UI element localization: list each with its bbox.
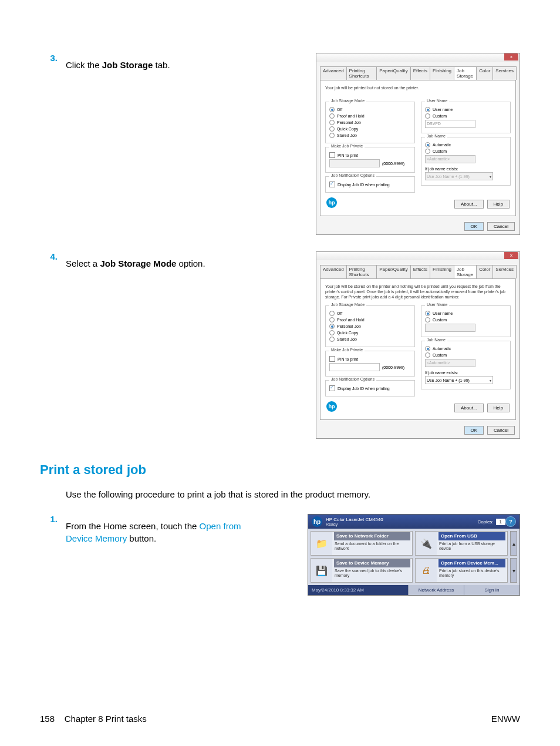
- tile-save-device-memory[interactable]: 💾 Save to Device Memory Save the scanned…: [311, 558, 413, 583]
- tab-shortcuts[interactable]: Printing Shortcuts: [346, 265, 377, 278]
- tile-open-from-device-memory[interactable]: 🖨 Open From Device Mem... Print a job st…: [415, 558, 508, 583]
- dialog-titlebar: x: [316, 252, 519, 260]
- tile-body-snf: Send a document to a folder on the netwo…: [335, 542, 410, 552]
- ok-button[interactable]: OK: [464, 426, 484, 435]
- radio-personal[interactable]: [329, 120, 335, 125]
- label-uname-custom: Custom: [433, 318, 447, 322]
- jobname-field: <Automatic>: [425, 359, 475, 367]
- exists-value: Use Job Name + (1-99): [427, 378, 470, 382]
- label-personal: Personal Job: [337, 324, 361, 328]
- tab-paperquality[interactable]: Paper/Quality: [376, 265, 410, 278]
- help-button[interactable]: Help: [487, 200, 510, 209]
- radio-off[interactable]: [329, 107, 335, 112]
- username-field[interactable]: DSVFD: [425, 120, 475, 128]
- tab-jobstorage[interactable]: Job Storage: [454, 265, 477, 278]
- tab-services[interactable]: Services: [492, 265, 517, 278]
- checkbox-display-id[interactable]: [329, 385, 335, 391]
- tile-head-ofu: Open From USB: [438, 532, 505, 540]
- step-4-pre: Select a: [66, 258, 100, 268]
- radio-stored[interactable]: [329, 133, 335, 138]
- label-display-id: Display Job ID when printing: [338, 183, 390, 187]
- copies-value[interactable]: 1: [496, 519, 505, 525]
- tab-shortcuts[interactable]: Printing Shortcuts: [346, 66, 377, 80]
- cancel-button[interactable]: Cancel: [487, 222, 515, 231]
- tab-finishing[interactable]: Finishing: [430, 265, 454, 278]
- radio-jname-custom[interactable]: [425, 149, 430, 154]
- radio-proof[interactable]: [329, 317, 335, 322]
- label-proof: Proof and Hold: [337, 318, 365, 322]
- step-number-3: 3.: [40, 53, 66, 63]
- radio-quick[interactable]: [329, 126, 335, 132]
- label-quick: Quick Copy: [337, 127, 358, 131]
- scroll-down-icon[interactable]: ▾: [510, 558, 517, 583]
- about-button[interactable]: About...: [454, 404, 484, 412]
- checkbox-pin[interactable]: [329, 356, 335, 362]
- radio-off[interactable]: [329, 311, 335, 316]
- radio-jname-auto[interactable]: [425, 346, 430, 351]
- label-stored: Stored Job: [337, 337, 357, 341]
- label-proof: Proof and Hold: [337, 114, 365, 118]
- tile-open-from-usb[interactable]: 🔌 Open From USB Print a job from a USB s…: [415, 531, 508, 556]
- pin-hint: (0000-9999): [382, 365, 404, 369]
- checkbox-pin[interactable]: [329, 152, 335, 158]
- tab-finishing[interactable]: Finishing: [430, 66, 454, 80]
- radio-personal[interactable]: [329, 324, 335, 329]
- radio-uname-custom[interactable]: [425, 113, 430, 119]
- radio-jname-auto[interactable]: [425, 142, 430, 147]
- checkbox-display-id[interactable]: [329, 182, 335, 187]
- exists-select: Use Job Name + (1-99)▾: [425, 172, 493, 180]
- dialog-description-2: Your job will be stored on the printer a…: [325, 284, 511, 300]
- tab-effects[interactable]: Effects: [410, 66, 430, 80]
- step-number-1: 1.: [40, 514, 66, 524]
- dialog-description: Your job will be printed but not stored …: [325, 85, 511, 96]
- tile-save-network-folder[interactable]: 📁 Save to Network Folder Send a document…: [311, 531, 413, 556]
- about-button[interactable]: About...: [454, 200, 484, 209]
- pin-field[interactable]: [329, 363, 380, 371]
- chevron-down-icon: ▾: [490, 378, 491, 382]
- group-private-title: Make Job Private: [329, 144, 365, 148]
- tile-head-sdm: Save to Device Memory: [334, 559, 410, 567]
- radio-uname-auto[interactable]: [425, 107, 430, 112]
- tab-advanced[interactable]: Advanced: [320, 66, 347, 80]
- tab-jobstorage[interactable]: Job Storage: [454, 66, 477, 80]
- tab-color[interactable]: Color: [476, 265, 493, 278]
- tab-effects[interactable]: Effects: [410, 265, 430, 278]
- label-stored: Stored Job: [337, 133, 357, 137]
- step-3-pre: Click the: [66, 60, 102, 70]
- hp-logo-icon: hp: [326, 401, 337, 412]
- close-icon[interactable]: x: [504, 252, 518, 259]
- section-body: Use the following procedure to print a j…: [66, 488, 520, 501]
- radio-proof[interactable]: [329, 113, 335, 119]
- step-4-image: x Advanced Printing Shortcuts Paper/Qual…: [265, 251, 520, 439]
- ok-button[interactable]: OK: [464, 222, 484, 231]
- group-jobname-title: Job Name: [425, 338, 447, 342]
- help-button[interactable]: Help: [487, 404, 510, 412]
- close-icon[interactable]: x: [504, 53, 518, 61]
- network-address-button[interactable]: Network Address: [408, 585, 464, 595]
- tab-color[interactable]: Color: [476, 66, 493, 80]
- panel-status: Ready: [326, 522, 477, 526]
- radio-uname-custom[interactable]: [425, 317, 430, 322]
- tile-body-ofdm: Print a job stored on this device's memo…: [439, 569, 505, 579]
- tab-paperquality[interactable]: Paper/Quality: [376, 66, 410, 80]
- sign-in-button[interactable]: Sign In: [464, 585, 519, 595]
- print-properties-dialog-2: x Advanced Printing Shortcuts Paper/Qual…: [316, 251, 520, 439]
- exists-select[interactable]: Use Job Name + (1-99)▾: [425, 376, 493, 384]
- tab-advanced[interactable]: Advanced: [320, 265, 347, 278]
- scroll-up-icon[interactable]: ▴: [510, 531, 517, 556]
- group-notif-title: Job Notification Options: [329, 173, 376, 177]
- radio-jname-custom[interactable]: [425, 352, 430, 358]
- tile-body-ofu: Print a job from a USB storage device: [439, 542, 505, 552]
- radio-stored[interactable]: [329, 337, 335, 342]
- group-private-title: Make Job Private: [329, 348, 365, 352]
- tab-services[interactable]: Services: [492, 66, 517, 80]
- cancel-button[interactable]: Cancel: [487, 426, 515, 435]
- radio-uname-auto[interactable]: [425, 311, 430, 316]
- step-1-post: button.: [127, 533, 156, 543]
- step-1-pre: From the Home screen, touch the: [66, 521, 200, 531]
- group-username-title: User Name: [425, 99, 449, 103]
- memory-icon: 💾: [311, 559, 332, 582]
- radio-quick[interactable]: [329, 330, 335, 335]
- help-icon[interactable]: ?: [505, 516, 516, 527]
- step-1-text: From the Home screen, touch the Open fro…: [66, 514, 265, 545]
